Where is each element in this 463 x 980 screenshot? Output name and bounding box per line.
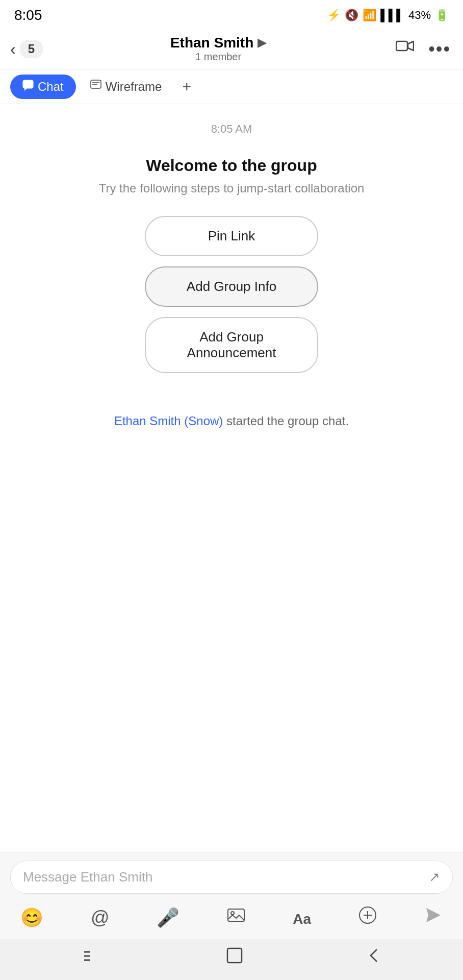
system-message: Ethan Smith (Snow) started the group cha… (114, 414, 349, 428)
member-count: 1 member (43, 51, 394, 63)
add-group-info-button[interactable]: Add Group Info (145, 266, 318, 307)
status-time: 8:05 (14, 7, 42, 23)
mute-icon: 🔇 (345, 9, 358, 22)
system-message-user[interactable]: Ethan Smith (Snow) (114, 414, 223, 428)
wifi-icon: 📶 (363, 9, 376, 22)
svg-marker-6 (24, 88, 28, 91)
font-icon: Aa (293, 911, 311, 927)
add-tab-button[interactable]: + (176, 74, 197, 100)
toolbar-row: 😊 @ 🎤 Aa (10, 902, 453, 933)
wireframe-tab-icon (90, 80, 101, 94)
tabs-bar: Chat Wireframe + (0, 69, 463, 104)
more-icon: ••• (428, 38, 451, 59)
battery-text: 43% (408, 9, 431, 22)
bluetooth-icon: ⚡ (327, 9, 341, 22)
welcome-title: Welcome to the group (146, 156, 317, 175)
header-center: Ethan Smith ▶ 1 member (43, 35, 394, 63)
add-icon (358, 908, 377, 928)
send-button[interactable] (420, 902, 447, 933)
add-group-announcement-button[interactable]: Add Group Announcement (145, 317, 318, 373)
nav-home-icon (226, 949, 243, 967)
image-icon (227, 908, 245, 928)
header-actions: ••• (394, 36, 453, 62)
message-input-row[interactable]: Message Ethan Smith ↗ (10, 861, 453, 894)
nav-menu-icon (83, 948, 101, 967)
pin-link-button[interactable]: Pin Link (145, 216, 318, 256)
emoji-button[interactable]: 😊 (16, 903, 47, 933)
status-bar: 8:05 ⚡ 🔇 📶 ▌▌▌ 43% 🔋 (0, 0, 463, 29)
nav-back-icon (368, 949, 380, 967)
expand-icon[interactable]: ↗ (429, 869, 440, 885)
svg-rect-3 (23, 80, 33, 88)
tab-chat[interactable]: Chat (10, 75, 76, 99)
font-button[interactable]: Aa (289, 903, 315, 933)
bottom-nav (0, 939, 463, 980)
svg-marker-15 (426, 908, 441, 922)
image-button[interactable] (223, 902, 249, 933)
chat-content: 8:05 AM Welcome to the group Try the fol… (0, 104, 463, 852)
svg-point-11 (231, 912, 234, 915)
svg-rect-19 (227, 948, 242, 963)
svg-rect-7 (91, 80, 101, 88)
system-message-suffix: started the group chat. (226, 414, 349, 428)
back-arrow-icon: ‹ (10, 41, 16, 57)
header: ‹ 5 Ethan Smith ▶ 1 member ••• (0, 29, 463, 69)
more-options-button[interactable]: ••• (426, 36, 453, 62)
svg-marker-1 (408, 41, 414, 51)
battery-icon: 🔋 (435, 9, 449, 22)
contact-name-row: Ethan Smith ▶ (43, 35, 394, 51)
nav-menu-button[interactable] (83, 948, 101, 967)
mention-icon: @ (91, 907, 110, 928)
back-button[interactable]: ‹ 5 (10, 40, 43, 58)
status-icons: ⚡ 🔇 📶 ▌▌▌ 43% 🔋 (327, 9, 449, 22)
send-icon (424, 908, 443, 928)
add-button[interactable] (354, 902, 381, 933)
mic-button[interactable]: 🎤 (152, 903, 184, 933)
emoji-icon: 😊 (20, 907, 43, 928)
welcome-section: Welcome to the group Try the following s… (20, 156, 443, 383)
contact-name: Ethan Smith (170, 35, 253, 51)
svg-rect-0 (396, 41, 407, 51)
video-call-button[interactable] (394, 38, 416, 60)
welcome-subtitle: Try the following steps to jump-start co… (99, 181, 365, 195)
message-placeholder: Message Ethan Smith (23, 869, 429, 885)
signal-icon: ▌▌▌ (380, 9, 404, 22)
wireframe-tab-label: Wireframe (106, 80, 162, 94)
chat-tab-label: Chat (38, 80, 64, 94)
message-input-area: Message Ethan Smith ↗ 😊 @ 🎤 Aa (0, 852, 463, 939)
svg-rect-10 (228, 909, 244, 921)
mic-icon: 🎤 (157, 907, 179, 928)
name-arrow-icon: ▶ (258, 36, 266, 50)
nav-home-button[interactable] (226, 947, 243, 968)
chat-tab-icon (22, 80, 34, 94)
back-badge: 5 (20, 40, 43, 58)
tab-wireframe[interactable]: Wireframe (78, 75, 174, 99)
nav-back-button[interactable] (368, 947, 380, 968)
mention-button[interactable]: @ (87, 903, 114, 933)
message-timestamp: 8:05 AM (211, 122, 252, 136)
